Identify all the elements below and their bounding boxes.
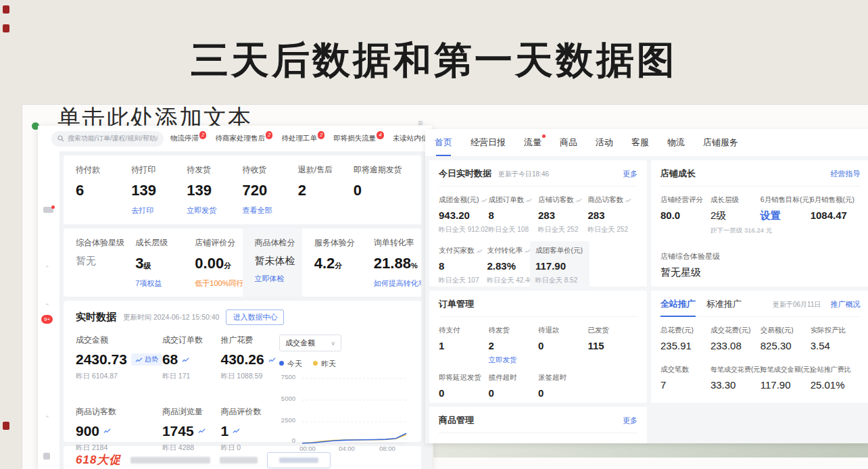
- metric-sub: 昨日 1088.59: [220, 372, 279, 381]
- promotion-card: 全站推广 标准推广 更新于06月11日 推广概况 总花费(元)235.91 成交…: [651, 291, 868, 403]
- stat-label: 服务体验分: [314, 237, 362, 249]
- legend-today[interactable]: 今天: [279, 359, 302, 369]
- tab-products[interactable]: 商品: [560, 137, 577, 149]
- nav-item-logistics[interactable]: 物流停滞2: [170, 134, 206, 143]
- stat-label: 即将逾期发货: [354, 164, 409, 176]
- trend-icon[interactable]: [233, 427, 240, 435]
- stat-value: 139: [131, 182, 187, 199]
- x-tick: 04:00: [339, 445, 355, 452]
- chevron-up-icon[interactable]: ⌃: [45, 265, 50, 272]
- stat-value: 2: [298, 182, 354, 199]
- metric-label: 成交金额: [76, 335, 162, 346]
- nav-item-aftersale[interactable]: 待商家处理售后2: [215, 134, 272, 143]
- metric-value: 7: [660, 379, 710, 391]
- metric-value: 0: [538, 340, 588, 351]
- nav-items: 物流停滞2 待商家处理售后2 待处理工单2 即将损失流量4 未读站内信68: [170, 134, 432, 143]
- view-all-link[interactable]: 查看全部: [243, 205, 298, 216]
- mini-chart-block: 成交金额∨ 今天 昨天 7500 5000 2500 0: [279, 335, 409, 460]
- check-now-link[interactable]: 立即体检: [255, 274, 302, 284]
- promo-overview-link[interactable]: 推广概况: [831, 299, 861, 310]
- stat-label: 待付款: [76, 164, 131, 176]
- chevron-up-icon[interactable]: ⌃: [45, 415, 50, 422]
- tab-traffic[interactable]: 流量: [524, 137, 541, 149]
- product-management-card: 商品管理 更多: [429, 407, 647, 443]
- chart-canvas: [298, 374, 409, 447]
- metric-value: 2级: [710, 209, 761, 222]
- tab-activities[interactable]: 活动: [596, 137, 613, 149]
- nav-item-workorder[interactable]: 待处理工单2: [281, 134, 324, 143]
- stat-label: 综合体验星级: [76, 237, 123, 249]
- y-tick: 2500: [279, 416, 295, 424]
- benefits-link[interactable]: 7项权益: [135, 278, 183, 289]
- promo-updated: 更新于06月11日: [773, 300, 821, 310]
- realtime-data-card: 实时数据 更新时间 2024-06-12 15:50:40 进入数据中心 成交金…: [64, 301, 421, 442]
- metric-label: 推广花费: [220, 335, 279, 346]
- metric-value: 283: [538, 209, 588, 221]
- star-value: 暂无星级: [660, 266, 861, 279]
- metric-value: 25.01%: [811, 379, 861, 391]
- stat-label: 商品体检分: [255, 237, 302, 249]
- seam-artifact-icon: ⊞: [418, 120, 424, 126]
- metric-sub: 昨日全天 252: [538, 225, 588, 234]
- metric-value: 117.90: [535, 260, 584, 272]
- metric-value: 8: [489, 209, 539, 221]
- ship-now-link[interactable]: 立即发货: [489, 355, 539, 365]
- y-tick: 7500: [279, 373, 295, 380]
- metric-value: 80.0: [660, 209, 710, 221]
- go-print-link[interactable]: 去打印: [131, 205, 187, 216]
- tab-logistics[interactable]: 物流: [667, 137, 685, 149]
- trend-icon[interactable]: [103, 427, 111, 435]
- trend-icon[interactable]: [182, 356, 189, 364]
- data-center-button[interactable]: 进入数据中心: [226, 310, 284, 325]
- left-top-nav: 治 搜索功能/订单/课程/规则/帮助/服务 物流停滞2 待商家处理售后2 待处理…: [38, 126, 432, 152]
- stat-value: 139: [187, 182, 242, 199]
- nav-item-traffic-loss[interactable]: 即将损失流量4: [333, 134, 383, 143]
- left-dashboard-content: 待付款6 待打印139去打印 待发货139立即发货 待收货720查看全部 退款/…: [59, 151, 432, 469]
- trend-icon[interactable]: [198, 427, 206, 435]
- search-icon: [57, 135, 64, 142]
- tab-service[interactable]: 客服: [631, 137, 649, 149]
- metric-sub: 昨日全天 42.46%: [487, 276, 536, 285]
- left-sidebar: ⌃ ⌃ 9+ ⌃: [38, 151, 60, 469]
- card-updated: 更新于今日18:46: [498, 170, 549, 179]
- guidance-link[interactable]: 经营指导: [831, 169, 861, 179]
- chevron-up-icon[interactable]: ⌃: [45, 303, 50, 310]
- tab-standard-promo[interactable]: 标准推广: [706, 298, 742, 310]
- stat-label: 成长层级: [135, 237, 183, 249]
- trend-icon: [481, 197, 487, 203]
- more-link[interactable]: 更多: [623, 416, 637, 426]
- trend-icon: [526, 197, 532, 203]
- trend-chip[interactable]: 趋势: [131, 353, 162, 366]
- below-peers-link[interactable]: 低于100%同行: [195, 278, 242, 289]
- legend-yesterday[interactable]: 昨天: [313, 359, 336, 369]
- star-label: 店铺综合体验星级: [660, 251, 861, 262]
- metric-value: 1: [439, 340, 489, 351]
- set-target-link[interactable]: 设置: [761, 209, 811, 222]
- more-link[interactable]: 更多: [623, 169, 637, 179]
- trend-icon[interactable]: [268, 356, 276, 364]
- sidebar-icon-blur[interactable]: [43, 453, 50, 460]
- metric-sub: 昨日 4288: [162, 443, 221, 453]
- search-input[interactable]: 搜索功能/订单/课程/规则/帮助/服务: [51, 131, 164, 147]
- search-placeholder: 搜索功能/订单/课程/规则/帮助/服务: [68, 134, 158, 143]
- promo-618-logo: 618大促: [76, 452, 121, 468]
- chevron-down-icon: ∨: [331, 340, 335, 347]
- trend-icon: [477, 248, 483, 254]
- metric-value: 0: [538, 387, 588, 399]
- chart-metric-select[interactable]: 成交金额∨: [279, 335, 341, 351]
- metric-sub: 昨日 6104.87: [76, 372, 162, 381]
- metric-label: 商品浏览量: [162, 406, 221, 418]
- tab-sitewide-promo[interactable]: 全站推广: [660, 298, 696, 310]
- next-level-hint: 距下一层级 316.24 元: [710, 226, 761, 235]
- tab-daily-report[interactable]: 经营日报: [471, 137, 506, 149]
- metric-sub: 昨日全天 108: [489, 225, 539, 234]
- sidebar-red-dot: [51, 205, 55, 209]
- metric-sub: 昨日 2184: [76, 443, 162, 453]
- tab-shop-services[interactable]: 店铺服务: [703, 137, 738, 149]
- metric-sub: 昨日 171: [162, 372, 221, 381]
- improve-conversion-link[interactable]: 如何提高转化率: [374, 278, 421, 289]
- ship-now-link[interactable]: 立即发货: [187, 205, 242, 216]
- stat-label: 待发货: [187, 164, 242, 176]
- metric-value: 1084.47: [811, 209, 861, 221]
- tab-home[interactable]: 首页: [435, 137, 452, 149]
